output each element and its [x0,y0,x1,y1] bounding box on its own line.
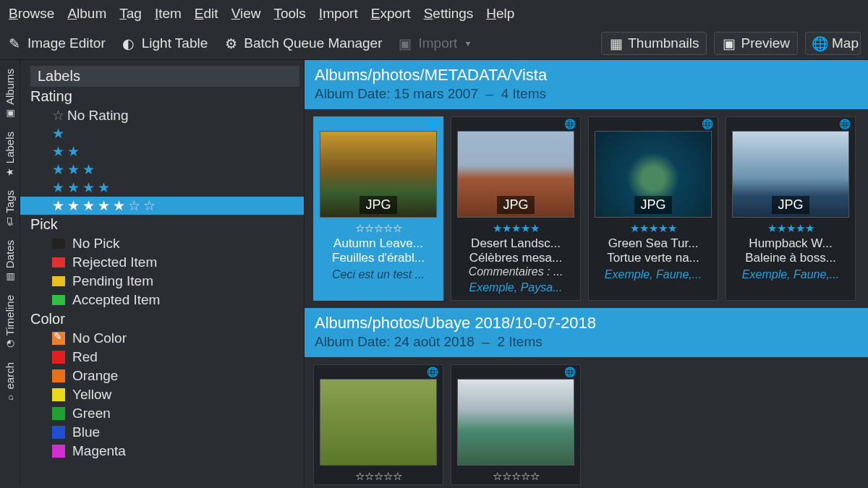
globe-icon: 🌐 [427,367,438,377]
menu-help[interactable]: Help [486,6,514,22]
thumbnail-content-area: Albums/photos/METADATA/VistaAlbum Date: … [304,60,868,486]
side-tab-labels[interactable]: ★Labels [2,126,17,183]
flag-yellow-icon [52,276,65,286]
side-tab-albums[interactable]: ▣Albums [2,63,17,124]
thumbnail-rating[interactable]: ☆☆☆☆☆ [451,466,580,484]
light-table-button[interactable]: ◐ Light Table [122,35,208,51]
menu-view[interactable]: View [231,6,261,22]
pick-filter-none[interactable]: No Pick [30,234,299,253]
thumbnail-comment: Commentaires : ... [451,265,580,278]
pick-filter-yellow[interactable]: Pending Item [30,272,299,291]
thumbnail-subtitle: Tortue verte na... [589,251,718,265]
earch-icon: ⌕ [4,395,15,401]
thumbnail-tags: Exemple, Faune,... [589,265,718,287]
image-editor-label: Image Editor [27,35,106,51]
batch-queue-button[interactable]: ⚙ Batch Queue Manager [224,35,382,51]
format-badge: JPG [772,196,809,214]
thumbnail-rating[interactable]: ★★★★★ [726,218,855,236]
thumbnail-item[interactable]: 🌐☆☆☆☆☆ [313,364,443,485]
dates-icon: ▤ [4,273,15,281]
menu-album[interactable]: Album [67,6,106,22]
thumbnail-item[interactable]: 🌐JPG☆☆☆☆☆Autumn Leave...Feuilles d'érabl… [313,116,443,301]
import-label: Import [418,35,457,51]
color-swatch-icon [52,426,65,439]
rating-filter-1[interactable]: ★ [30,124,299,142]
menu-export[interactable]: Export [371,6,411,22]
color-filter-yellow[interactable]: Yellow [30,385,299,404]
thumbnail-subtitle: Feuilles d'érabl... [314,251,443,265]
globe-icon: 🌐 [427,119,438,129]
star-icon: ★ [67,179,80,196]
color-filter-green[interactable]: Green [30,404,299,423]
side-tab-bar: ▣Albums★Labels🏷Tags▤Dates◔Timeline⌕earch [0,60,20,486]
labels-panel-header: Labels [30,66,299,87]
preview-view-button[interactable]: ▣ Preview [714,32,798,55]
thumbnail-rating[interactable]: ★★★★★ [589,218,718,236]
labels-icon: ★ [4,168,15,176]
menu-item[interactable]: Item [155,6,182,22]
thumbnail-item[interactable]: 🌐☆☆☆☆☆ [451,364,581,485]
color-filter-blue[interactable]: Blue [30,423,299,442]
menu-edit[interactable]: Edit [195,6,218,22]
map-label: Map [832,35,859,51]
thumbnails-view-button[interactable]: ▦ Thumbnails [601,32,707,55]
thumbnail-subtitle: Célèbres mesa... [451,251,580,265]
thumbnail-rating[interactable]: ★★★★★ [451,218,580,236]
color-swatch-icon [52,407,65,420]
thumbnail-item[interactable]: 🌐JPG★★★★★Desert Landsc...Célèbres mesa..… [451,116,581,301]
menu-settings[interactable]: Settings [424,6,474,22]
color-label: Green [72,406,111,421]
album-meta: Album Date: 24 août 2018 – 2 Items [315,334,858,350]
side-tab-earch[interactable]: ⌕earch [2,356,17,409]
pick-section-label: Pick [30,215,299,234]
star-icon: ★ [52,197,64,214]
thumbnails-label: Thumbnails [628,35,699,51]
pick-filter-green[interactable]: Accepted Item [30,291,299,309]
map-view-button[interactable]: 🌐 Map [805,32,861,55]
thumbnail-title: Autumn Leave... [314,236,443,251]
globe-icon: 🌐 [813,36,827,51]
color-filter-magenta[interactable]: Magenta [30,442,299,461]
color-label: Orange [72,368,118,384]
thumbnail-title: Humpback W... [726,236,855,251]
side-tab-dates[interactable]: ▤Dates [2,234,17,288]
thumbnail-row: 🌐JPG☆☆☆☆☆Autumn Leave...Feuilles d'érabl… [305,109,868,308]
format-badge: JPG [497,196,534,214]
no-color-swatch-icon: ✎ [52,332,65,345]
rating-filter-4[interactable]: ★★★★ [30,179,299,197]
rating-filter-3[interactable]: ★★★ [30,160,299,179]
image-editor-button[interactable]: ✎ Image Editor [7,35,106,51]
thumbnail-rating[interactable]: ☆☆☆☆☆ [314,466,443,484]
thumbnail-rating[interactable]: ☆☆☆☆☆ [314,218,443,236]
gear-icon: ⚙ [224,36,238,51]
pick-label: Rejected Item [72,254,157,270]
album-path: Albums/photos/Ubaye 2018/10-07-2018 [315,314,858,333]
pick-filter-red[interactable]: Rejected Item [30,253,299,272]
color-filter-red[interactable]: Red [30,348,299,367]
grid-icon: ▦ [609,36,624,51]
color-swatch-icon [52,351,65,364]
menu-browse[interactable]: Browse [9,6,54,22]
menu-tag[interactable]: Tag [119,6,142,22]
side-tab-timeline[interactable]: ◔Timeline [2,289,17,355]
thumbnail-item[interactable]: 🌐JPG★★★★★Green Sea Tur...Tortue verte na… [588,116,718,301]
color-filter-no-color[interactable]: ✎No Color [30,329,299,348]
menu-import[interactable]: Import [319,6,358,22]
pencil-icon: ✎ [7,36,22,51]
thumbnail-title: Desert Landsc... [451,236,580,251]
import-button[interactable]: ▣ Import ▾ [398,35,470,51]
globe-icon: 🌐 [702,119,713,129]
side-tab-tags[interactable]: 🏷Tags [2,184,17,233]
no-rating-label: No Rating [67,108,129,124]
batch-queue-label: Batch Queue Manager [244,35,382,51]
star-icon: ★ [98,179,110,196]
menu-tools[interactable]: Tools [273,6,305,22]
color-filter-orange[interactable]: Orange [30,367,299,385]
albums-icon: ▣ [4,109,15,118]
rating-filter-0[interactable]: ☆No Rating [30,106,299,124]
circle-half-icon: ◐ [122,36,136,51]
thumbnail-item[interactable]: 🌐JPG★★★★★Humpback W...Baleine à boss...E… [726,116,856,301]
rating-filter-2[interactable]: ★★ [30,142,299,160]
globe-icon: 🌐 [564,367,576,377]
rating-filter-5[interactable]: ★★★★★☆☆ [20,197,304,215]
